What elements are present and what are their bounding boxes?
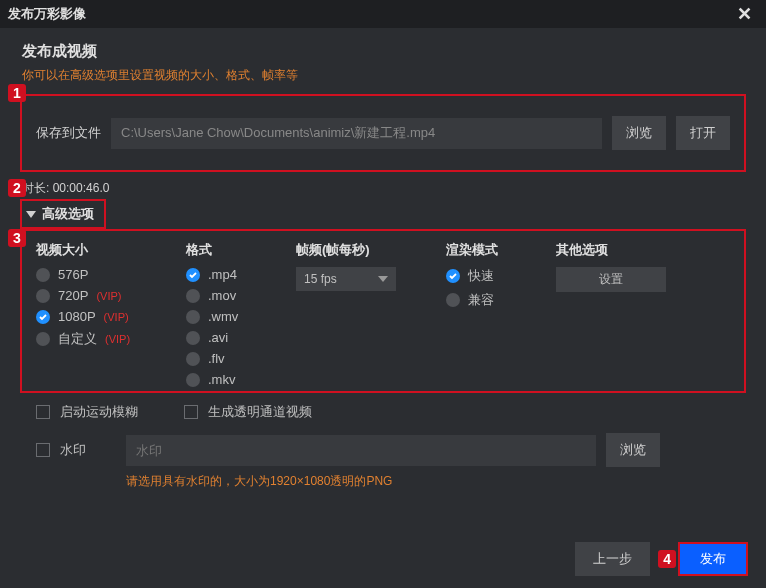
size-custom[interactable]: 自定义(VIP) [36,330,186,348]
watermark-input[interactable] [126,435,596,466]
close-icon[interactable]: ✕ [731,3,758,25]
watermark-check[interactable]: 水印 [36,441,116,459]
alpha-channel-check[interactable]: 生成透明通道视频 [184,403,312,421]
advanced-label: 高级选项 [42,205,94,223]
prev-button[interactable]: 上一步 [575,542,650,576]
col-other: 其他选项 设置 [556,241,666,387]
footer: 上一步 4 发布 [575,542,748,576]
size-title: 视频大小 [36,241,186,259]
duration-label: 2 时长: 00:00:46.0 [22,180,766,197]
publish-button[interactable]: 发布 [678,542,748,576]
size-1080p[interactable]: 1080P(VIP) [36,309,186,324]
save-label: 保存到文件 [36,124,101,142]
motion-blur-check[interactable]: 启动运动模糊 [36,403,138,421]
page-hint: 你可以在高级选项里设置视频的大小、格式、帧率等 [22,67,744,84]
col-fps: 帧频(帧每秒) 15 fps [296,241,446,387]
chevron-down-icon [378,276,388,282]
badge-4: 4 [658,550,676,568]
fmt-flv[interactable]: .flv [186,351,296,366]
fps-dropdown[interactable]: 15 fps [296,267,396,291]
fmt-mkv[interactable]: .mkv [186,372,296,387]
file-path-input[interactable] [111,118,602,149]
page-title: 发布成视频 [22,42,744,61]
col-size: 视频大小 576P 720P(VIP) 1080P(VIP) 自定义(VIP) [36,241,186,387]
watermark-row: 水印 浏览 [36,433,766,467]
open-button[interactable]: 打开 [676,116,730,150]
titlebar: 发布万彩影像 ✕ [0,0,766,28]
fmt-wmv[interactable]: .wmv [186,309,296,324]
watermark-browse-button[interactable]: 浏览 [606,433,660,467]
badge-2: 2 [8,179,26,197]
col-format: 格式 .mp4 .mov .wmv .avi .flv .mkv [186,241,296,387]
col-render: 渲染模式 快速 兼容 [446,241,556,387]
render-compat[interactable]: 兼容 [446,291,556,309]
render-fast[interactable]: 快速 [446,267,556,285]
window-title: 发布万彩影像 [8,5,86,23]
chevron-down-icon [26,211,36,218]
size-720p[interactable]: 720P(VIP) [36,288,186,303]
header: 发布成视频 你可以在高级选项里设置视频的大小、格式、帧率等 [0,28,766,88]
fmt-mov[interactable]: .mov [186,288,296,303]
badge-3: 3 [8,229,26,247]
options-section: 3 视频大小 576P 720P(VIP) 1080P(VIP) 自定义(VIP… [20,229,746,393]
render-title: 渲染模式 [446,241,556,259]
browse-button[interactable]: 浏览 [612,116,666,150]
file-section: 1 保存到文件 浏览 打开 [20,94,746,172]
badge-1: 1 [8,84,26,102]
fmt-mp4[interactable]: .mp4 [186,267,296,282]
advanced-toggle[interactable]: 高级选项 [20,199,106,229]
checkbox-row: 启动运动模糊 生成透明通道视频 [36,401,766,423]
watermark-hint: 请选用具有水印的，大小为1920×1080透明的PNG [126,473,766,490]
settings-button[interactable]: 设置 [556,267,666,292]
format-title: 格式 [186,241,296,259]
fmt-avi[interactable]: .avi [186,330,296,345]
fps-title: 帧频(帧每秒) [296,241,446,259]
size-576p[interactable]: 576P [36,267,186,282]
other-title: 其他选项 [556,241,666,259]
